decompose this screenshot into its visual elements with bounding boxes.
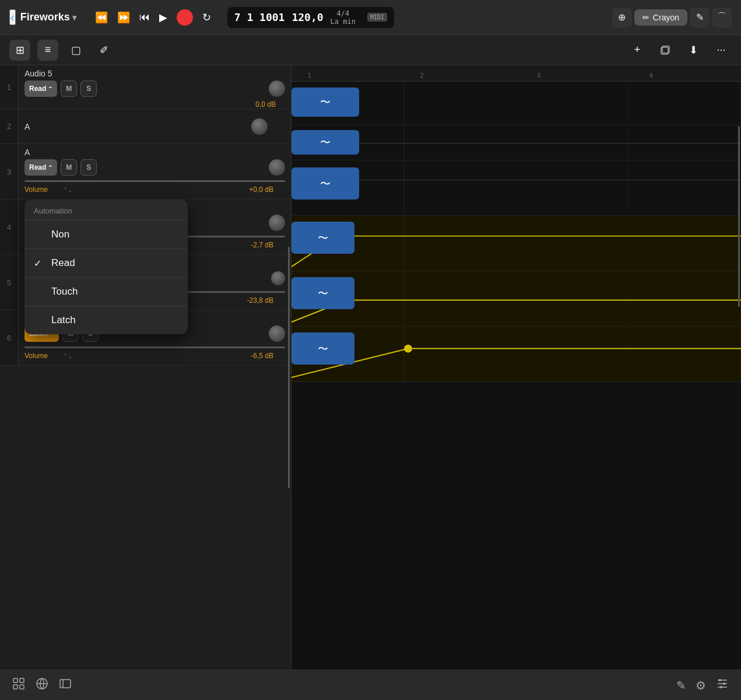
- bottom-icon-3[interactable]: [58, 677, 72, 694]
- bottom-icon-1[interactable]: [12, 677, 26, 694]
- record-button[interactable]: [177, 9, 193, 26]
- track-5-knob[interactable]: [271, 271, 285, 285]
- track-2-name: A: [24, 122, 30, 131]
- dropdown-non-label: Non: [51, 229, 178, 240]
- bottom-right-controls: ✎ ⚙: [676, 677, 729, 694]
- track-3-knob[interactable]: [269, 159, 285, 176]
- audio-clip-4[interactable]: 〜: [292, 222, 354, 254]
- more-button[interactable]: ···: [711, 40, 732, 61]
- fast-forward-button[interactable]: ⏩: [117, 11, 130, 24]
- download-button[interactable]: ⬇: [683, 40, 704, 61]
- grid-lines-3: [292, 160, 741, 215]
- skip-back-button[interactable]: ⏮: [139, 11, 150, 23]
- project-title: Fireworks: [20, 11, 70, 23]
- track-row: 1 Audio 5 Read ⌃ M S 0: [0, 65, 291, 109]
- audio-clip-1[interactable]: 〜: [292, 88, 359, 117]
- tool-group: ⊕ ✏ Crayon ✎ ⌒: [612, 8, 732, 27]
- track-3-volume-value: +0,0 dB: [249, 186, 273, 194]
- position-display: 7 1 1001 120,0 4/4 La min MIDI: [227, 7, 394, 28]
- timeline-area: 1 2 3 4 〜 〜 〜: [292, 65, 741, 670]
- dropdown-touch-label: Touch: [51, 286, 178, 298]
- timeline-ruler: 1 2 3 4: [292, 65, 741, 82]
- bottom-icon-2[interactable]: [35, 677, 49, 694]
- track-3-automation-label: Read: [29, 163, 46, 172]
- duplicate-button[interactable]: [655, 40, 676, 61]
- pen-tool-button[interactable]: ✎: [690, 8, 710, 27]
- track-number-3: 3: [0, 144, 19, 199]
- loop-button[interactable]: ↻: [202, 11, 211, 24]
- timeline-scrollbar[interactable]: [738, 126, 740, 307]
- audio-clip-5[interactable]: 〜: [292, 277, 354, 309]
- add-track-button[interactable]: +: [627, 40, 648, 61]
- waveform-icon-6: 〜: [318, 342, 328, 356]
- bottom-edit-icon[interactable]: ✎: [676, 678, 686, 692]
- track-lane-2: 〜: [292, 125, 741, 160]
- audio-clip-3[interactable]: 〜: [292, 167, 359, 200]
- track-5-volume-value: -23,8 dB: [247, 296, 273, 304]
- automation-view-button[interactable]: ✐: [93, 40, 114, 61]
- crayon-tool-button[interactable]: ✏ Crayon: [634, 9, 687, 26]
- track-6-volume-label: Volume: [24, 352, 59, 360]
- track-lane-6: 〜: [292, 327, 741, 382]
- automation-point-6a: [404, 345, 412, 353]
- track-number-6: 6: [0, 310, 19, 365]
- track-2-knob[interactable]: [251, 118, 268, 135]
- track-1-automation-button[interactable]: Read ⌃: [24, 80, 57, 97]
- track-1-body: Audio 5 Read ⌃ M S 0,0 dB: [19, 65, 291, 108]
- track-1-automation-label: Read: [29, 85, 46, 93]
- track-1-volume-knob[interactable]: [269, 80, 285, 97]
- transport-controls: ⏪ ⏩ ⏮ ▶ ↻: [95, 9, 211, 26]
- grid-view-button[interactable]: ⊞: [9, 40, 30, 61]
- track-lane-3: 〜: [292, 160, 741, 216]
- track-3-volume-label: Volume: [24, 186, 59, 194]
- dropdown-item-latch[interactable]: Latch: [24, 306, 188, 334]
- project-chevron-icon[interactable]: ▾: [72, 13, 76, 22]
- dropdown-latch-label: Latch: [51, 314, 178, 326]
- svg-rect-4: [13, 685, 17, 689]
- key-display: La min: [331, 18, 356, 26]
- rewind-button[interactable]: ⏪: [95, 11, 108, 24]
- track-4-knob[interactable]: [269, 215, 285, 231]
- track-6-knob[interactable]: [269, 326, 285, 342]
- svg-rect-8: [60, 680, 71, 688]
- back-button[interactable]: ‹: [9, 9, 16, 25]
- bottom-settings-icon[interactable]: ⚙: [696, 678, 706, 692]
- track-row: 2 A: [0, 109, 291, 144]
- play-button[interactable]: ▶: [159, 11, 167, 24]
- track-3-automation-button[interactable]: Read ⌃: [24, 159, 57, 176]
- ruler-mark-4: 4: [649, 72, 653, 79]
- audio-clip-2[interactable]: 〜: [292, 130, 359, 155]
- position-sub: 4/4 La min: [331, 9, 356, 26]
- audio-clip-6[interactable]: 〜: [292, 332, 354, 365]
- dropdown-title: Automation: [24, 200, 188, 220]
- grid-lines-1: [292, 82, 741, 125]
- track-6-volume-arrow: ⌃⌄: [63, 353, 72, 359]
- track-1-mute-button[interactable]: M: [61, 80, 77, 97]
- curve-tool-button[interactable]: ⌒: [712, 8, 732, 27]
- list-view-button[interactable]: ≡: [37, 40, 58, 61]
- track-1-vol-value: 0,0 dB: [255, 100, 285, 108]
- track-3-mute-button[interactable]: M: [61, 159, 77, 176]
- dropdown-item-read[interactable]: ✓ Read: [24, 249, 188, 277]
- square-view-button[interactable]: ▢: [65, 40, 86, 61]
- track-number-4: 4: [0, 200, 19, 254]
- track-number-2: 2: [0, 109, 19, 144]
- track-3-header: A Read ⌃ M S: [19, 144, 291, 179]
- midi-badge: MIDI: [367, 13, 387, 22]
- main-layout: 1 Audio 5 Read ⌃ M S 0: [0, 65, 741, 670]
- track-1-solo-button[interactable]: S: [80, 80, 97, 97]
- pointer-tool-button[interactable]: ⊕: [612, 8, 632, 27]
- dropdown-item-non[interactable]: Non: [24, 220, 188, 249]
- track-4-volume-value: -2,7 dB: [251, 241, 273, 249]
- track-2-body: A: [19, 109, 291, 144]
- svg-rect-2: [13, 678, 17, 682]
- svg-point-13: [719, 679, 721, 681]
- track-3-solo-button[interactable]: S: [80, 159, 97, 176]
- dropdown-item-touch[interactable]: Touch: [24, 278, 188, 306]
- track-3-chevron: ⌃: [48, 164, 52, 171]
- bottom-mixer-icon[interactable]: [715, 677, 729, 694]
- track-6-slider[interactable]: [24, 346, 285, 348]
- track-3-slider[interactable]: [24, 180, 285, 182]
- track-row: 3 A Read ⌃ M S Volume: [0, 144, 291, 200]
- track-1-automation-chevron: ⌃: [48, 86, 52, 92]
